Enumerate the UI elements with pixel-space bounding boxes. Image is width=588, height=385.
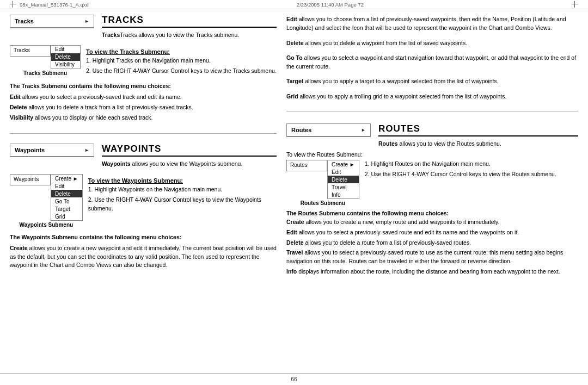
routes-create-item: Create ► <box>328 160 359 168</box>
routes-submenu-main: Routes <box>286 160 327 171</box>
waypoints-step2: 2. Use the RIGHT 4-WAY Cursor Control ke… <box>88 196 277 213</box>
waypoints-step1: 1. Highlight Waypoints on the Navigation… <box>88 185 277 194</box>
waypoints-menu-arrow: ► <box>84 147 89 153</box>
routes-menu-label: Routes <box>291 127 311 133</box>
routes-create-text: allows you to create a new, empty route … <box>304 219 500 225</box>
routes-edit-text: allows you to select a previously-saved … <box>297 229 519 235</box>
tracks-visibility-item: Visibility <box>51 61 80 69</box>
routes-info-item: Info <box>328 191 359 198</box>
waypoints-grid-text-r: allows you to apply a trolling grid to a… <box>298 93 507 100</box>
waypoints-menu-mockup: Waypoints ► <box>10 144 94 157</box>
waypoints-grid-para: Grid allows you to apply a trolling grid… <box>286 92 578 101</box>
routes-info-text: displays information about the route, in… <box>297 268 560 275</box>
waypoints-goto-text-r: allows you to select a waypoint and star… <box>286 54 576 70</box>
routes-travel-label: Travel <box>286 249 303 256</box>
tracks-menu-label: Tracks <box>15 18 34 24</box>
tracks-step1: 1. Highlight Tracks on the Navigation ma… <box>86 57 277 65</box>
routes-submenu-caption: Routes Submenu <box>301 200 345 206</box>
waypoints-grid-label-r: Grid <box>286 93 298 100</box>
waypoints-edit-label-r: Edit <box>286 16 297 22</box>
waypoints-delete-text-r: allows you to delete a waypoint from the… <box>304 40 468 46</box>
routes-submenu-box-label: Routes <box>290 162 323 169</box>
routes-submenu-mockup: Routes Create ► Edit Delete Travel Info <box>286 160 359 199</box>
waypoints-allows-text: Waypoints allows you to view the Waypoin… <box>102 160 277 169</box>
waypoints-goto-label-r: Go To <box>286 54 303 61</box>
tracks-delete-label: Delete <box>10 104 27 110</box>
header-filename: 98x_Manual_531376-1_A.qxd <box>20 2 89 8</box>
tracks-submenu-popup: Edit Delete Visibility <box>51 45 81 69</box>
waypoints-create-text: allows you to create a new waypoint and … <box>10 245 277 269</box>
waypoints-delete-item: Delete <box>51 190 82 197</box>
tracks-section-title: TRACKS <box>102 15 277 28</box>
tracks-delete-text: allows you to delete a track from a list… <box>27 104 193 110</box>
waypoints-edit-text-r: allows you to choose from a list of prev… <box>286 16 566 31</box>
tracks-submenu-caption: Tracks Submenu <box>23 70 67 76</box>
tracks-menu-mockup: Tracks ► <box>10 15 94 28</box>
tracks-submenu-main: Tracks <box>10 45 51 57</box>
top-left-crosshair <box>10 1 16 8</box>
waypoints-submenu-main: Waypoints <box>10 174 51 185</box>
tracks-steps: 1. Highlight Tracks on the Navigation ma… <box>86 57 277 76</box>
routes-step2: 2. Use the RIGHT 4-WAY Cursor Control ke… <box>365 170 578 179</box>
waypoints-menu-label: Waypoints <box>15 147 45 153</box>
waypoints-submenu-box-label: Waypoints <box>14 176 47 183</box>
waypoints-target-para: Target allows you to apply a target to a… <box>286 77 578 85</box>
waypoints-contains-heading: The Waypoints Submenu contains the follo… <box>10 233 277 242</box>
page-header: 98x_Manual_531376-1_A.qxd 2/23/2005 11:4… <box>0 0 588 9</box>
routes-travel-text: allows you to select a previously-saved … <box>286 249 563 264</box>
tracks-edit-label: Edit <box>10 94 21 100</box>
waypoints-section: Waypoints ► WAYPOINTS Waypoints allows y… <box>10 144 277 271</box>
waypoints-delete-label-r: Delete <box>286 40 304 46</box>
waypoints-submenu-mockup: Waypoints Create ► Edit Delete Go To Tar… <box>10 174 83 221</box>
routes-edit-label: Edit <box>286 229 297 235</box>
routes-create-label: Create <box>286 219 304 225</box>
waypoints-target-text-r: allows you to apply a target to a waypoi… <box>303 78 498 84</box>
routes-travel-item: Travel <box>328 183 359 191</box>
waypoints-grid-item: Grid <box>51 213 82 220</box>
waypoints-create-item: Create ► <box>51 175 82 182</box>
routes-menu-choices: Create allows you to create a new, empty… <box>286 218 578 276</box>
routes-allows-text: Routes allows you to view the Routes sub… <box>378 140 578 148</box>
waypoints-target-label-r: Target <box>286 78 303 84</box>
page-number: 66 <box>291 376 297 382</box>
tracks-menu-choices: Edit allows you to select a previously-s… <box>10 93 277 123</box>
routes-edit-item: Edit <box>328 168 359 176</box>
waypoints-goto-para: Go To allows you to select a waypoint an… <box>286 53 578 71</box>
tracks-submenu-title: To view the Tracks Submenu: <box>86 48 277 55</box>
tracks-submenu-box-label: Tracks <box>14 47 47 54</box>
tracks-section: Tracks ► TRACKS TracksTracks allows you … <box>10 15 277 123</box>
routes-submenu-popup: Create ► Edit Delete Travel Info <box>327 160 359 199</box>
routes-delete-item: Delete <box>328 176 359 183</box>
routes-step1: 1. Highlight Routes on the Navigation ma… <box>365 160 578 169</box>
top-right-crosshair <box>572 1 578 8</box>
tracks-contains-heading: The Tracks Submenu contains the followin… <box>10 82 277 91</box>
tracks-visibility-label: Visibility <box>10 114 33 121</box>
routes-menu-arrow: ► <box>361 127 366 133</box>
waypoints-menu-choices: Create allows you to create a new waypoi… <box>10 244 277 271</box>
waypoints-submenu-popup: Create ► Edit Delete Go To Target Grid <box>51 174 83 221</box>
routes-steps: 1. Highlight Routes on the Navigation ma… <box>365 160 578 179</box>
waypoints-submenu-caption: Waypoints Submenu <box>20 222 74 228</box>
tracks-edit-text: allows you to select a previously-saved … <box>21 94 182 100</box>
tracks-submenu-mockup: Tracks Edit Delete Visibility <box>10 45 81 69</box>
waypoints-steps: 1. Highlight Waypoints on the Navigation… <box>88 185 277 213</box>
routes-delete-label: Delete <box>286 239 304 246</box>
waypoints-submenu-title: To view the Waypoints Submenu: <box>88 177 277 184</box>
routes-menu-mockup: Routes ► <box>286 123 371 137</box>
routes-submenu-title: To view the Routes Submenu: <box>286 151 578 159</box>
waypoints-edit-item: Edit <box>51 182 82 190</box>
tracks-delete-item: Delete <box>51 53 80 61</box>
page-footer: 66 <box>0 373 588 385</box>
routes-info-label: Info <box>286 268 297 275</box>
routes-delete-text: allows you to delete a route from a list… <box>304 239 471 246</box>
routes-section: Routes ► ROUTES Routes allows you to vie… <box>286 123 578 278</box>
tracks-menu-arrow: ► <box>84 18 89 24</box>
tracks-edit-item: Edit <box>51 46 80 53</box>
routes-contains-heading: The Routes Submenu contains the followin… <box>286 209 578 218</box>
waypoints-section-title: WAYPOINTS <box>102 144 277 157</box>
waypoints-goto-item: Go To <box>51 197 82 205</box>
tracks-step2: 2. Use the RIGHT 4-WAY Cursor Control ke… <box>86 67 277 76</box>
waypoints-target-item: Target <box>51 205 82 213</box>
tracks-visibility-text: allows you to display or hide each saved… <box>33 114 152 121</box>
header-date: 2/23/2005 11:40 AM Page 72 <box>297 2 364 8</box>
